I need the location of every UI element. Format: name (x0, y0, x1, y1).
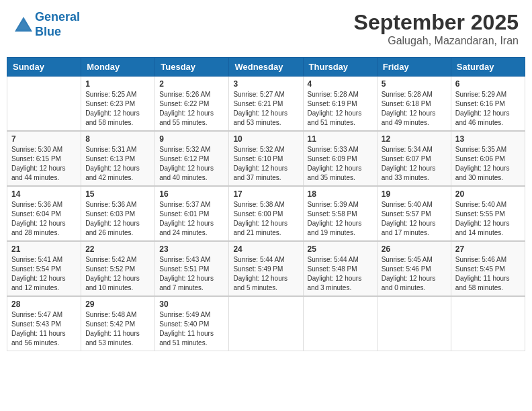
day-number: 15 (85, 189, 150, 199)
day-number: 12 (382, 134, 447, 144)
calendar-cell: 6Sunrise: 5:29 AM Sunset: 6:16 PM Daylig… (451, 77, 525, 132)
day-number: 19 (382, 189, 447, 199)
day-number: 24 (233, 244, 298, 254)
day-number: 29 (85, 300, 150, 309)
calendar-cell: 7Sunrise: 5:30 AM Sunset: 6:15 PM Daylig… (7, 131, 81, 186)
calendar-cell: 25Sunrise: 5:44 AM Sunset: 5:48 PM Dayli… (303, 241, 377, 296)
week-row-1: 1Sunrise: 5:25 AM Sunset: 6:23 PM Daylig… (7, 77, 525, 132)
cell-content: Sunrise: 5:49 AM Sunset: 5:40 PM Dayligh… (159, 310, 224, 348)
calendar-cell: 11Sunrise: 5:33 AM Sunset: 6:09 PM Dayli… (303, 131, 377, 186)
week-row-2: 7Sunrise: 5:30 AM Sunset: 6:15 PM Daylig… (7, 131, 525, 186)
cell-content: Sunrise: 5:38 AM Sunset: 6:00 PM Dayligh… (233, 200, 298, 238)
calendar-cell: 9Sunrise: 5:32 AM Sunset: 6:12 PM Daylig… (155, 131, 229, 186)
calendar-cell: 13Sunrise: 5:35 AM Sunset: 6:06 PM Dayli… (451, 131, 525, 186)
svg-marker-0 (15, 17, 32, 32)
cell-content: Sunrise: 5:36 AM Sunset: 6:04 PM Dayligh… (11, 200, 77, 238)
day-number: 3 (233, 79, 298, 89)
day-number: 1 (85, 79, 150, 89)
day-number: 23 (159, 244, 224, 254)
calendar-cell: 28Sunrise: 5:47 AM Sunset: 5:43 PM Dayli… (7, 296, 81, 351)
day-number: 7 (11, 134, 77, 144)
cell-content: Sunrise: 5:25 AM Sunset: 6:23 PM Dayligh… (85, 90, 150, 128)
calendar-cell: 26Sunrise: 5:45 AM Sunset: 5:46 PM Dayli… (377, 241, 451, 296)
cell-content: Sunrise: 5:47 AM Sunset: 5:43 PM Dayligh… (11, 310, 77, 348)
calendar-cell: 23Sunrise: 5:43 AM Sunset: 5:51 PM Dayli… (155, 241, 229, 296)
day-number: 10 (233, 134, 298, 144)
day-number: 4 (308, 79, 373, 89)
cell-content: Sunrise: 5:33 AM Sunset: 6:09 PM Dayligh… (308, 145, 373, 183)
cell-content: Sunrise: 5:32 AM Sunset: 6:12 PM Dayligh… (159, 145, 224, 183)
cell-content: Sunrise: 5:34 AM Sunset: 6:07 PM Dayligh… (382, 145, 447, 183)
calendar-cell: 15Sunrise: 5:36 AM Sunset: 6:03 PM Dayli… (81, 186, 155, 241)
day-number: 21 (11, 244, 77, 254)
day-number: 13 (455, 134, 521, 144)
calendar-cell: 8Sunrise: 5:31 AM Sunset: 6:13 PM Daylig… (81, 131, 155, 186)
day-number: 17 (233, 189, 298, 199)
calendar-cell: 5Sunrise: 5:28 AM Sunset: 6:18 PM Daylig… (377, 77, 451, 132)
day-number: 25 (308, 244, 373, 254)
calendar-cell: 19Sunrise: 5:40 AM Sunset: 5:57 PM Dayli… (377, 186, 451, 241)
column-header-friday: Friday (377, 58, 451, 77)
day-number: 8 (85, 134, 150, 144)
cell-content: Sunrise: 5:35 AM Sunset: 6:06 PM Dayligh… (455, 145, 521, 183)
calendar-cell (7, 77, 81, 132)
calendar-cell: 20Sunrise: 5:40 AM Sunset: 5:55 PM Dayli… (451, 186, 525, 241)
day-number: 6 (455, 79, 521, 89)
day-number: 16 (159, 189, 224, 199)
calendar-cell: 21Sunrise: 5:41 AM Sunset: 5:54 PM Dayli… (7, 241, 81, 296)
cell-content: Sunrise: 5:45 AM Sunset: 5:46 PM Dayligh… (382, 255, 447, 293)
day-number: 11 (308, 134, 373, 144)
column-header-sunday: Sunday (7, 58, 81, 77)
calendar-cell (451, 296, 525, 351)
cell-content: Sunrise: 5:30 AM Sunset: 6:15 PM Dayligh… (11, 145, 77, 183)
day-number: 18 (308, 189, 373, 199)
main-title: September 2025 (354, 10, 519, 35)
calendar-cell (303, 296, 377, 351)
calendar-cell: 18Sunrise: 5:39 AM Sunset: 5:58 PM Dayli… (303, 186, 377, 241)
calendar-table: SundayMondayTuesdayWednesdayThursdayFrid… (7, 57, 525, 351)
cell-content: Sunrise: 5:28 AM Sunset: 6:19 PM Dayligh… (308, 90, 373, 128)
day-number: 22 (85, 244, 150, 254)
column-header-monday: Monday (81, 58, 155, 77)
calendar-cell: 2Sunrise: 5:26 AM Sunset: 6:22 PM Daylig… (155, 77, 229, 132)
column-header-thursday: Thursday (303, 58, 377, 77)
cell-content: Sunrise: 5:36 AM Sunset: 6:03 PM Dayligh… (85, 200, 150, 238)
calendar-cell: 24Sunrise: 5:44 AM Sunset: 5:49 PM Dayli… (229, 241, 303, 296)
day-number: 26 (382, 244, 447, 254)
cell-content: Sunrise: 5:42 AM Sunset: 5:52 PM Dayligh… (85, 255, 150, 293)
cell-content: Sunrise: 5:43 AM Sunset: 5:51 PM Dayligh… (159, 255, 224, 293)
logo: General Blue (13, 10, 80, 39)
calendar-cell: 10Sunrise: 5:32 AM Sunset: 6:10 PM Dayli… (229, 131, 303, 186)
calendar-cell: 14Sunrise: 5:36 AM Sunset: 6:04 PM Dayli… (7, 186, 81, 241)
cell-content: Sunrise: 5:27 AM Sunset: 6:21 PM Dayligh… (233, 90, 298, 128)
sub-title: Galugah, Mazandaran, Iran (354, 35, 519, 47)
calendar-cell: 4Sunrise: 5:28 AM Sunset: 6:19 PM Daylig… (303, 77, 377, 132)
week-row-5: 28Sunrise: 5:47 AM Sunset: 5:43 PM Dayli… (7, 296, 525, 351)
cell-content: Sunrise: 5:40 AM Sunset: 5:57 PM Dayligh… (382, 200, 447, 238)
calendar-cell: 12Sunrise: 5:34 AM Sunset: 6:07 PM Dayli… (377, 131, 451, 186)
page-header: General Blue September 2025 Galugah, Maz… (7, 7, 525, 50)
cell-content: Sunrise: 5:48 AM Sunset: 5:42 PM Dayligh… (85, 310, 150, 348)
title-block: September 2025 Galugah, Mazandaran, Iran (354, 10, 519, 47)
cell-content: Sunrise: 5:39 AM Sunset: 5:58 PM Dayligh… (308, 200, 373, 238)
calendar-cell: 17Sunrise: 5:38 AM Sunset: 6:00 PM Dayli… (229, 186, 303, 241)
cell-content: Sunrise: 5:41 AM Sunset: 5:54 PM Dayligh… (11, 255, 77, 293)
cell-content: Sunrise: 5:44 AM Sunset: 5:49 PM Dayligh… (233, 255, 298, 293)
cell-content: Sunrise: 5:40 AM Sunset: 5:55 PM Dayligh… (455, 200, 521, 238)
logo-text: General Blue (35, 10, 80, 39)
calendar-cell: 3Sunrise: 5:27 AM Sunset: 6:21 PM Daylig… (229, 77, 303, 132)
cell-content: Sunrise: 5:28 AM Sunset: 6:18 PM Dayligh… (382, 90, 447, 128)
cell-content: Sunrise: 5:31 AM Sunset: 6:13 PM Dayligh… (85, 145, 150, 183)
day-number: 27 (455, 244, 521, 254)
cell-content: Sunrise: 5:46 AM Sunset: 5:45 PM Dayligh… (455, 255, 521, 293)
calendar-cell: 16Sunrise: 5:37 AM Sunset: 6:01 PM Dayli… (155, 186, 229, 241)
cell-content: Sunrise: 5:44 AM Sunset: 5:48 PM Dayligh… (308, 255, 373, 293)
cell-content: Sunrise: 5:29 AM Sunset: 6:16 PM Dayligh… (455, 90, 521, 128)
day-number: 20 (455, 189, 521, 199)
calendar-cell: 27Sunrise: 5:46 AM Sunset: 5:45 PM Dayli… (451, 241, 525, 296)
calendar-cell: 1Sunrise: 5:25 AM Sunset: 6:23 PM Daylig… (81, 77, 155, 132)
week-row-3: 14Sunrise: 5:36 AM Sunset: 6:04 PM Dayli… (7, 186, 525, 241)
day-number: 30 (159, 300, 224, 309)
day-number: 14 (11, 189, 77, 199)
calendar-cell: 29Sunrise: 5:48 AM Sunset: 5:42 PM Dayli… (81, 296, 155, 351)
